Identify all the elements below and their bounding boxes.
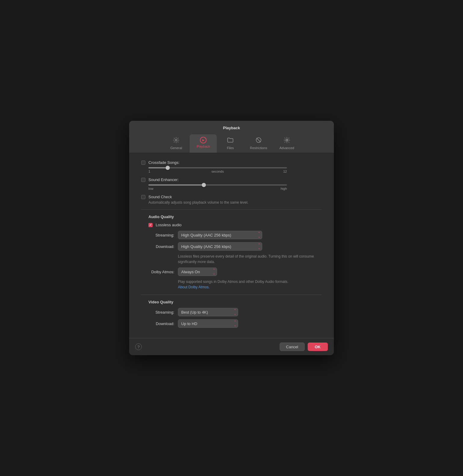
sound-check-label: Sound Check (148, 195, 172, 199)
footer-buttons: Cancel OK (280, 343, 328, 351)
tab-general-label: General (170, 146, 182, 150)
video-download-select-wrapper: Up to HD Best (Up to 4K) Up to SD ⌃⌄ (178, 319, 238, 328)
tab-general[interactable]: General (163, 134, 190, 153)
crossfade-checkbox[interactable] (141, 161, 145, 165)
video-streaming-select-wrapper: Best (Up to 4K) Up to HD Up to SD ⌃⌄ (178, 308, 238, 316)
tab-restrictions[interactable]: Restrictions (244, 134, 273, 153)
crossfade-min-label: 1 (148, 170, 150, 173)
dolby-description: Play supported songs in Dolby Atmos and … (178, 279, 322, 290)
tab-advanced[interactable]: Advanced (273, 134, 300, 153)
tab-files[interactable]: Files (217, 134, 244, 153)
svg-point-0 (175, 139, 177, 141)
lossless-checkbox[interactable] (148, 223, 153, 227)
audio-download-select[interactable]: High Quality (AAC 256 kbps) Lossless Hi-… (178, 242, 262, 251)
crossfade-slider-labels: 1 12 seconds (148, 170, 287, 173)
crossfade-slider-thumb[interactable] (166, 166, 170, 170)
audio-streaming-select-wrapper: High Quality (AAC 256 kbps) Lossless Hi-… (178, 231, 262, 239)
crossfade-row: Crossfade Songs: (141, 160, 322, 165)
advanced-gear-icon (284, 137, 290, 145)
video-download-label: Download: (141, 321, 174, 326)
svg-point-3 (286, 139, 287, 141)
crossfade-slider-track[interactable] (148, 167, 287, 168)
tab-advanced-label: Advanced (279, 146, 294, 150)
crossfade-center-label: seconds (212, 170, 224, 173)
preferences-dialog: Playback General Playback (129, 121, 334, 355)
play-circle-icon (200, 137, 207, 143)
tab-bar: General Playback Files (129, 134, 334, 153)
divider-2 (141, 295, 322, 295)
dolby-atmos-select[interactable]: Always On Automatic Off (178, 268, 217, 276)
tab-files-label: Files (227, 146, 234, 150)
video-quality-heading: Video Quality (148, 300, 322, 304)
lossless-row: Lossless audio (148, 223, 322, 227)
gear-icon (173, 137, 179, 145)
content-area: Crossfade Songs: 1 12 seconds Sound Enha… (129, 153, 334, 338)
audio-download-row: Download: High Quality (AAC 256 kbps) Lo… (141, 242, 322, 251)
sound-enhancer-row: Sound Enhancer: (141, 177, 322, 182)
footer: ? Cancel OK (129, 338, 334, 355)
ok-button[interactable]: OK (308, 343, 328, 351)
cancel-button[interactable]: Cancel (280, 343, 304, 351)
video-streaming-select[interactable]: Best (Up to 4K) Up to HD Up to SD (178, 308, 238, 316)
sound-enhancer-slider-thumb[interactable] (202, 183, 206, 187)
sound-enhancer-slider-track[interactable] (148, 184, 287, 186)
video-download-row: Download: Up to HD Best (Up to 4K) Up to… (141, 319, 322, 328)
sound-enhancer-label: Sound Enhancer: (148, 177, 179, 182)
audio-download-select-wrapper: High Quality (AAC 256 kbps) Lossless Hi-… (178, 242, 262, 251)
tab-playback-label: Playback (197, 145, 210, 148)
audio-streaming-select[interactable]: High Quality (AAC 256 kbps) Lossless Hi-… (178, 231, 262, 239)
divider-1 (141, 209, 322, 210)
sound-enhancer-slider-container: low high (148, 184, 322, 190)
sound-enhancer-checkbox[interactable] (141, 178, 145, 182)
dolby-atmos-select-wrapper: Always On Automatic Off ⌃⌄ (178, 268, 217, 276)
lossless-description: Lossless files preserve every detail of … (178, 254, 322, 265)
crossfade-max-label: 12 (283, 170, 287, 173)
sound-check-description: Automatically adjusts song playback volu… (148, 200, 322, 205)
crossfade-slider-fill (148, 167, 168, 168)
crossfade-label: Crossfade Songs: (148, 160, 179, 165)
audio-streaming-row: Streaming: High Quality (AAC 256 kbps) L… (141, 231, 322, 239)
dolby-atmos-row: Dolby Atmos: Always On Automatic Off ⌃⌄ (141, 268, 322, 276)
lossless-label: Lossless audio (156, 223, 182, 227)
sound-check-row: Sound Check (141, 195, 322, 199)
audio-quality-heading: Audio Quality (148, 215, 322, 219)
video-download-select[interactable]: Up to HD Best (Up to 4K) Up to SD (178, 319, 238, 328)
folder-icon (227, 137, 234, 145)
tab-restrictions-label: Restrictions (250, 146, 267, 150)
sound-enhancer-min-label: low (148, 187, 154, 190)
restrictions-icon (255, 137, 262, 145)
titlebar: Playback General Playback (129, 121, 334, 153)
help-button[interactable]: ? (135, 343, 142, 350)
dolby-atmos-label: Dolby Atmos: (141, 270, 174, 274)
video-streaming-label: Streaming: (141, 310, 174, 315)
sound-enhancer-slider-labels: low high (148, 187, 287, 190)
video-streaming-row: Streaming: Best (Up to 4K) Up to HD Up t… (141, 308, 322, 316)
sound-check-checkbox[interactable] (141, 195, 145, 199)
tab-playback[interactable]: Playback (190, 134, 217, 153)
dolby-atmos-link[interactable]: About Dolby Atmos. (178, 285, 210, 289)
crossfade-slider-container: 1 12 seconds (148, 167, 322, 173)
audio-download-label: Download: (141, 244, 174, 249)
dialog-title: Playback (129, 126, 334, 130)
svg-line-2 (257, 138, 261, 142)
sound-enhancer-max-label: high (281, 187, 287, 190)
audio-streaming-label: Streaming: (141, 233, 174, 237)
sound-enhancer-slider-fill (148, 184, 204, 186)
